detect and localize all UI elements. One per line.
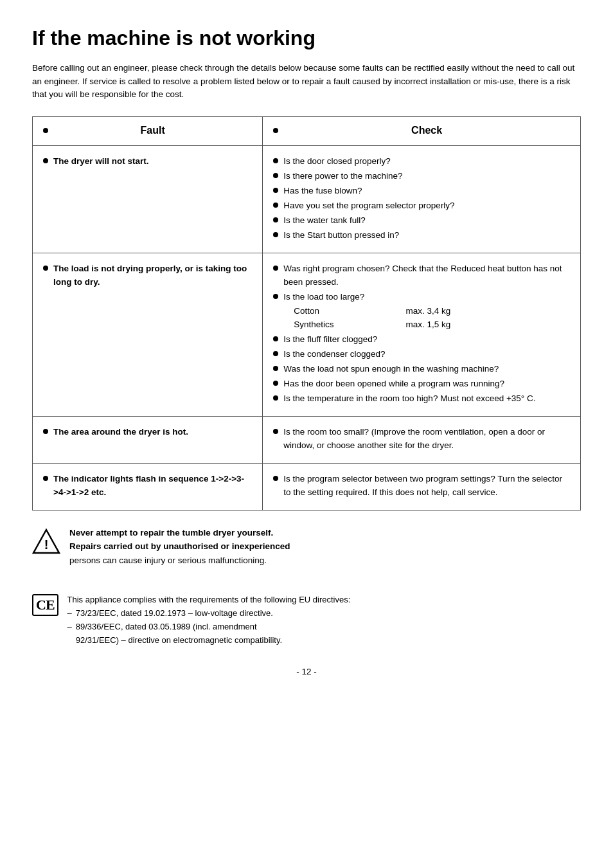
check-bullet-2-1 (273, 266, 278, 271)
table-row: The area around the dryer is hot. Is the… (33, 416, 581, 463)
check-text-4-1: Is the program selector between two prog… (283, 473, 570, 500)
check-bullet-2-5 (273, 366, 278, 371)
fault-header-bullet (43, 128, 48, 133)
fault-text-4: The indicator lights flash in sequence 1… (53, 473, 252, 500)
fault-cell-4: The indicator lights flash in sequence 1… (33, 463, 263, 510)
table-row: The indicator lights flash in sequence 1… (33, 463, 581, 510)
check-bullet-2-2 (273, 294, 278, 299)
check-text-1-4: Have you set the program selector proper… (283, 199, 570, 213)
check-text-1-6: Is the Start button pressed in? (283, 229, 570, 242)
dash-symbol-2: – (67, 620, 72, 647)
ce-logo: CE (32, 594, 58, 616)
fault-text-2: The load is not drying properly, or is t… (53, 262, 252, 289)
check-text-1-5: Is the water tank full? (283, 214, 570, 228)
check-bullet-1-5 (273, 217, 278, 222)
check-cell-2: Was right program chosen? Check that the… (263, 253, 581, 416)
fault-header-label: Fault (53, 125, 252, 136)
check-bullet-1-1 (273, 158, 278, 163)
check-text-2-3: Is the fluff filter clogged? (283, 333, 570, 347)
fault-bullet-4 (43, 476, 48, 481)
fault-column-header: Fault (33, 117, 263, 146)
fault-bullet-3 (43, 429, 48, 434)
check-text-2-5: Was the load not spun enough in the wash… (283, 363, 570, 376)
load-synthetics-label: Synthetics (294, 318, 333, 332)
directive-2: 89/336/EEC, dated 03.05.1989 (incl. amen… (76, 620, 282, 647)
fault-text-1: The dryer will not start. (53, 155, 252, 168)
check-text-3-1: Is the room too small? (Improve the room… (283, 426, 570, 453)
ce-directives: – 73/23/EEC, dated 19.02.1973 – low-volt… (67, 607, 351, 647)
check-text-2-6: Has the door been opened while a program… (283, 377, 570, 391)
load-cotton-value: max. 3,4 kg (405, 305, 450, 318)
check-cell-4: Is the program selector between two prog… (263, 463, 581, 510)
fault-cell-3: The area around the dryer is hot. (33, 416, 263, 463)
table-row: The load is not drying properly, or is t… (33, 253, 581, 416)
table-row: The dryer will not start. Is the door cl… (33, 146, 581, 253)
fault-cell-2: The load is not drying properly, or is t… (33, 253, 263, 416)
directive-1: 73/23/EEC, dated 19.02.1973 – low-voltag… (76, 607, 273, 620)
intro-text: Before calling out an engineer, please c… (32, 62, 581, 101)
fault-bullet-2 (43, 266, 48, 271)
check-header-bullet (273, 128, 278, 133)
check-text-1-3: Has the fuse blown? (283, 185, 570, 198)
ce-intro-text: This appliance complies with the require… (67, 593, 351, 607)
fault-check-table: Fault Check The dryer will not start. (32, 116, 581, 510)
check-column-header: Check (263, 117, 581, 146)
check-bullet-3-1 (273, 429, 278, 434)
check-cell-3: Is the room too small? (Improve the room… (263, 416, 581, 463)
warning-bold-text: Never attempt to repair the tumble dryer… (69, 528, 290, 552)
check-bullet-1-6 (273, 232, 278, 237)
warning-normal-text: persons can cause injury or serious malf… (69, 556, 267, 565)
check-bullet-2-7 (273, 395, 278, 401)
check-bullet-2-3 (273, 336, 278, 341)
check-cell-1: Is the door closed properly? Is there po… (263, 146, 581, 253)
page-title: If the machine is not working (32, 26, 581, 50)
load-synthetics-value: max. 1,5 kg (405, 318, 450, 332)
check-text-2-7: Is the temperature in the room too high?… (283, 392, 570, 406)
fault-text-3: The area around the dryer is hot. (53, 426, 252, 439)
check-text-2-1: Was right program chosen? Check that the… (283, 262, 570, 289)
svg-text:!: ! (44, 538, 49, 552)
warning-icon: ! (32, 527, 60, 556)
page-footer: - 12 - (32, 667, 581, 676)
check-text-2-2: Is the load too large? Cotton max. 3,4 k… (283, 291, 570, 332)
check-bullet-1-3 (273, 188, 278, 193)
load-cotton-label: Cotton (294, 305, 319, 318)
warning-box: ! Never attempt to repair the tumble dry… (32, 526, 581, 568)
fault-cell-1: The dryer will not start. (33, 146, 263, 253)
check-bullet-4-1 (273, 476, 278, 481)
check-bullet-1-2 (273, 173, 278, 178)
check-bullet-1-4 (273, 203, 278, 208)
check-text-2-4: Is the condenser clogged? (283, 348, 570, 361)
warning-text: Never attempt to repair the tumble dryer… (69, 526, 290, 568)
check-bullet-2-4 (273, 351, 278, 356)
check-text-1-1: Is the door closed properly? (283, 155, 570, 168)
check-bullet-2-6 (273, 381, 278, 386)
check-text-1-2: Is there power to the machine? (283, 170, 570, 183)
check-header-label: Check (283, 125, 570, 136)
fault-bullet-1 (43, 158, 48, 163)
ce-compliance-section: CE This appliance complies with the requ… (32, 593, 581, 647)
dash-symbol-1: – (67, 607, 72, 620)
